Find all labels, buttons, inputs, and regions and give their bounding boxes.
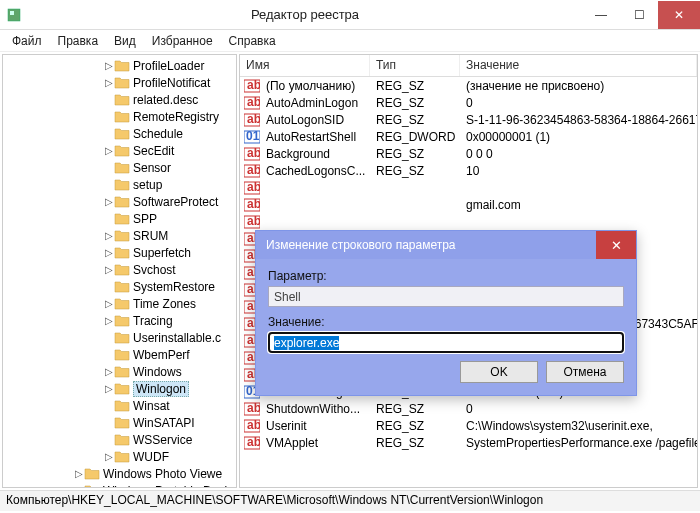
tree-item[interactable]: ▷Windows Portable Devi [3,482,236,488]
tree-item[interactable]: Sensor [3,159,236,176]
tree-item[interactable]: SystemRestore [3,278,236,295]
list-row[interactable]: CachedLogonsC...REG_SZ10 [240,162,697,179]
folder-icon [84,467,100,480]
maximize-button[interactable]: ☐ [620,1,658,29]
tree-item[interactable]: WbemPerf [3,346,236,363]
value-input[interactable] [268,332,624,353]
tree-item[interactable]: WinSATAPI [3,414,236,431]
value-type-icon [244,198,260,212]
cell-value: 0x00000001 (1) [460,130,697,144]
edit-string-dialog: Изменение строкового параметра ✕ Парамет… [255,230,637,396]
expander-icon[interactable]: ▷ [103,247,114,258]
list-row[interactable]: ShutdownWitho...REG_SZ0 [240,400,697,417]
tree-item[interactable]: Schedule [3,125,236,142]
tree-label: Windows Portable Devi [103,484,227,489]
expander-icon[interactable]: ▷ [103,451,114,462]
list-row[interactable]: BackgroundREG_SZ0 0 0 [240,145,697,162]
expander-icon[interactable]: ▷ [103,366,114,377]
cell-name: AutoRestartShell [260,130,370,144]
cell-type: REG_SZ [370,164,460,178]
folder-icon [114,229,130,242]
dialog-titlebar: Изменение строкового параметра ✕ [256,231,636,259]
expander-icon[interactable]: ▷ [103,383,114,394]
list-row[interactable]: UserinitREG_SZC:\Windows\system32\userin… [240,417,697,434]
tree-item[interactable]: ▷Windows [3,363,236,380]
tree-item[interactable]: ▷Tracing [3,312,236,329]
expander-icon[interactable]: ▷ [73,485,84,488]
app-icon [6,7,22,23]
menu-edit[interactable]: Правка [50,32,107,50]
tree-item[interactable]: related.desc [3,91,236,108]
tree-item[interactable]: RemoteRegistry [3,108,236,125]
tree-item[interactable]: ▷ProfileLoader [3,57,236,74]
folder-icon [114,178,130,191]
folder-icon [114,76,130,89]
menu-favorites[interactable]: Избранное [144,32,221,50]
list-row[interactable]: AutoAdminLogonREG_SZ0 [240,94,697,111]
tree-item[interactable]: ▷Windows Photo Viewe [3,465,236,482]
folder-icon [114,365,130,378]
value-type-icon [244,402,260,416]
list-row[interactable]: gmail.com [240,196,697,213]
tree-item[interactable]: ▷ProfileNotificat [3,74,236,91]
tree-item[interactable]: ▷WUDF [3,448,236,465]
cell-type: REG_SZ [370,402,460,416]
cancel-button[interactable]: Отмена [546,361,624,383]
folder-icon [114,399,130,412]
tree-item[interactable]: ▷SecEdit [3,142,236,159]
expander-icon[interactable]: ▷ [103,196,114,207]
folder-icon [114,144,130,157]
tree-item[interactable]: Winsat [3,397,236,414]
col-name[interactable]: Имя [240,55,370,76]
tree-item[interactable]: ▷Superfetch [3,244,236,261]
tree-item[interactable]: ▷SoftwareProtect [3,193,236,210]
expander-icon[interactable]: ▷ [103,145,114,156]
list-row[interactable]: AutoRestartShellREG_DWORD0x00000001 (1) [240,128,697,145]
expander-icon[interactable]: ▷ [103,264,114,275]
expander-icon[interactable]: ▷ [103,60,114,71]
cell-name: AutoAdminLogon [260,96,370,110]
close-button[interactable]: ✕ [658,1,700,29]
ok-button[interactable]: OK [460,361,538,383]
col-value[interactable]: Значение [460,55,697,76]
list-row[interactable]: (По умолчанию)REG_SZ(значение не присвое… [240,77,697,94]
expander-icon[interactable]: ▷ [103,298,114,309]
folder-icon [114,161,130,174]
menu-help[interactable]: Справка [221,32,284,50]
expander-icon[interactable]: ▷ [103,230,114,241]
tree-item[interactable]: ▷SRUM [3,227,236,244]
tree-label: ProfileNotificat [133,76,210,90]
cell-name: (По умолчанию) [260,79,370,93]
expander-icon[interactable]: ▷ [103,77,114,88]
expander-icon[interactable]: ▷ [73,468,84,479]
minimize-button[interactable]: — [582,1,620,29]
value-type-icon [244,436,260,450]
dialog-title: Изменение строкового параметра [266,238,456,252]
value-type-icon [244,419,260,433]
tree-item[interactable]: Userinstallable.c [3,329,236,346]
col-type[interactable]: Тип [370,55,460,76]
folder-icon [84,484,100,488]
value-type-icon [244,113,260,127]
menu-file[interactable]: Файл [4,32,50,50]
tree-item[interactable]: ▷Time Zones [3,295,236,312]
dialog-close-button[interactable]: ✕ [596,231,636,259]
list-row[interactable] [240,213,697,230]
cell-value: C:\Windows\system32\userinit.exe, [460,419,697,433]
expander-icon[interactable]: ▷ [103,315,114,326]
tree-item[interactable]: setup [3,176,236,193]
list-row[interactable]: AutoLogonSIDREG_SZS-1-11-96-3623454863-5… [240,111,697,128]
folder-icon [114,297,130,310]
tree-item[interactable]: ▷Svchost [3,261,236,278]
menu-view[interactable]: Вид [106,32,144,50]
folder-icon [114,433,130,446]
list-row[interactable]: VMAppletREG_SZSystemPropertiesPerformanc… [240,434,697,451]
tree-item[interactable]: ▷Winlogon [3,380,236,397]
value-type-icon [244,96,260,110]
tree-item[interactable]: WSService [3,431,236,448]
tree-label: related.desc [133,93,198,107]
list-row[interactable] [240,179,697,196]
tree-item[interactable]: SPP [3,210,236,227]
tree-label: Sensor [133,161,171,175]
tree-pane[interactable]: ▷ProfileLoader▷ProfileNotificatrelated.d… [2,54,237,488]
